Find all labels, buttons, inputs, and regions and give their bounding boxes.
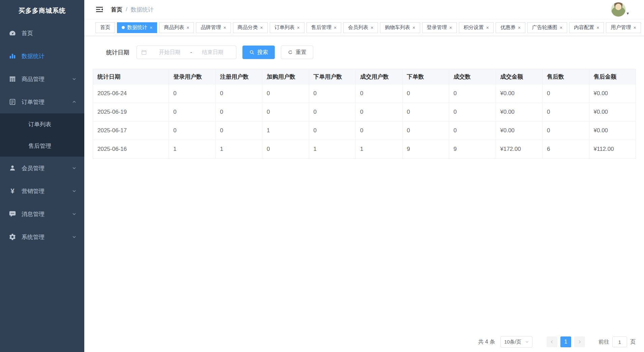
tab-5[interactable]: 订单列表× (270, 22, 304, 33)
submenu-item-0[interactable]: 订单列表 (0, 113, 84, 135)
next-page-button[interactable] (574, 336, 585, 347)
breadcrumb-separator: / (126, 6, 127, 13)
content: 统计日期 开始日期 - 结束日期 搜索 重置 统计日期登录用户数注册用户数加购用… (84, 36, 644, 352)
filter-row: 统计日期 开始日期 - 结束日期 搜索 重置 (106, 46, 636, 59)
submenu-item-1[interactable]: 售后管理 (0, 135, 84, 157)
tab-close-icon[interactable]: × (449, 25, 452, 30)
tab-14[interactable]: 用户管理× (606, 22, 641, 33)
tab-close-icon[interactable]: × (223, 25, 226, 30)
date-range-picker[interactable]: 开始日期 - 结束日期 (137, 46, 236, 59)
tab-close-icon[interactable]: × (260, 25, 263, 30)
sidebar-item-5[interactable]: ¥营销管理 (0, 180, 84, 202)
tab-label: 售后管理 (311, 24, 331, 31)
dashboard-icon (9, 29, 16, 37)
table-cell: 0 (262, 103, 309, 121)
user-avatar[interactable] (611, 2, 626, 17)
tab-11[interactable]: 优惠券× (496, 22, 525, 33)
tab-close-icon[interactable]: × (633, 25, 636, 30)
sidebar-item-4[interactable]: 会员管理 (0, 157, 84, 180)
tab-close-icon[interactable]: × (412, 25, 415, 30)
end-date-placeholder: 结束日期 (194, 49, 232, 56)
column-header: 成交用户数 (356, 69, 403, 84)
breadcrumb-home[interactable]: 首页 (111, 6, 122, 13)
active-dot (122, 26, 125, 29)
table-cell: ¥0.00 (496, 84, 543, 103)
tab-6[interactable]: 售后管理× (306, 22, 341, 33)
table-cell: 1 (309, 140, 356, 159)
table-cell: ¥0.00 (589, 103, 636, 121)
tab-1[interactable]: 数据统计× (117, 22, 157, 33)
pagination-total: 共 4 条 (478, 339, 495, 346)
reset-button[interactable]: 重置 (281, 46, 313, 59)
search-button[interactable]: 搜索 (242, 46, 275, 59)
pagination: 共 4 条 10条/页 1 前往 页 (93, 336, 636, 348)
tab-2[interactable]: 商品列表× (159, 22, 194, 33)
tab-3[interactable]: 品牌管理× (196, 22, 231, 33)
date-range-separator: - (189, 49, 193, 55)
tab-7[interactable]: 会员列表× (343, 22, 378, 33)
tab-close-icon[interactable]: × (518, 25, 521, 30)
chevron-down-icon (71, 211, 77, 217)
start-date-placeholder: 开始日期 (150, 49, 189, 56)
column-header: 成交数 (449, 69, 496, 84)
table-header-row: 统计日期登录用户数注册用户数加购用户数下单用户数成交用户数下单数成交数成交金额售… (93, 69, 636, 84)
tab-9[interactable]: 登录管理× (422, 22, 457, 33)
sidebar-item-0[interactable]: 首页 (0, 22, 84, 45)
avatar-caret-icon[interactable]: ▾ (626, 11, 629, 16)
tab-close-icon[interactable]: × (486, 25, 489, 30)
fold-menu-icon[interactable] (95, 5, 104, 13)
table-cell: 0 (449, 103, 496, 121)
tab-label: 会员列表 (348, 24, 368, 31)
table-cell: 1 (169, 140, 216, 159)
tab-close-icon[interactable]: × (297, 25, 300, 30)
sidebar: 买多多商城系统 首页数据统计商品管理订单管理订单列表售后管理会员管理¥营销管理消… (0, 0, 84, 352)
tab-label: 商品分类 (238, 24, 258, 31)
tab-close-icon[interactable]: × (596, 25, 599, 30)
tab-8[interactable]: 购物车列表× (380, 22, 420, 33)
sidebar-item-6[interactable]: 消息管理 (0, 202, 84, 225)
table-cell: 0 (543, 121, 589, 140)
tab-12[interactable]: 广告轮播图× (527, 22, 567, 33)
yen-icon: ¥ (9, 187, 16, 195)
tab-label: 购物车列表 (385, 24, 410, 31)
tab-10[interactable]: 积分设置× (459, 22, 494, 33)
sidebar-item-2[interactable]: 商品管理 (0, 67, 84, 90)
chevron-right-icon (577, 340, 582, 344)
tab-close-icon[interactable]: × (334, 25, 336, 30)
table-cell: 0 (402, 84, 449, 103)
topbar: 首页 / 数据统计 ▾ (84, 0, 644, 19)
table-cell: ¥112.00 (589, 140, 636, 159)
tab-4[interactable]: 商品分类× (233, 22, 268, 33)
tab-close-icon[interactable]: × (186, 25, 189, 30)
reset-button-label: 重置 (296, 49, 306, 56)
tab-label: 优惠券 (500, 24, 516, 31)
table-cell: ¥0.00 (496, 103, 543, 121)
table-row: 2025-06-240000000¥0.000¥0.00 (93, 84, 636, 103)
tab-close-icon[interactable]: × (371, 25, 373, 30)
goto-page-input[interactable] (612, 336, 627, 347)
breadcrumb-current: 数据统计 (131, 6, 154, 13)
table-cell: 0 (169, 121, 216, 140)
table-row: 2025-06-190000000¥0.000¥0.00 (93, 103, 636, 121)
tab-13[interactable]: 内容配置× (569, 22, 604, 33)
page-number-button[interactable]: 1 (560, 336, 571, 347)
grid-icon (9, 75, 16, 83)
sidebar-item-7[interactable]: 系统管理 (0, 225, 84, 248)
table-cell: 0 (543, 84, 589, 103)
sidebar-item-label: 订单管理 (22, 98, 71, 106)
sidebar-item-1[interactable]: 数据统计 (0, 45, 84, 67)
refresh-icon (288, 50, 293, 55)
page-size-select[interactable]: 10条/页 (500, 336, 532, 348)
table-cell: 0 (543, 103, 589, 121)
table-cell: 1 (215, 140, 262, 159)
sidebar-item-label: 商品管理 (22, 75, 71, 83)
tab-close-icon[interactable]: × (560, 25, 562, 30)
table-cell: 0 (402, 103, 449, 121)
chevron-down-icon (525, 340, 529, 344)
column-header: 售后数 (543, 69, 589, 84)
sidebar-item-3[interactable]: 订单管理 (0, 90, 84, 113)
column-header: 下单用户数 (309, 69, 356, 84)
tab-0[interactable]: 首页 (95, 22, 115, 33)
tab-close-icon[interactable]: × (150, 25, 152, 30)
prev-page-button[interactable] (547, 336, 557, 347)
